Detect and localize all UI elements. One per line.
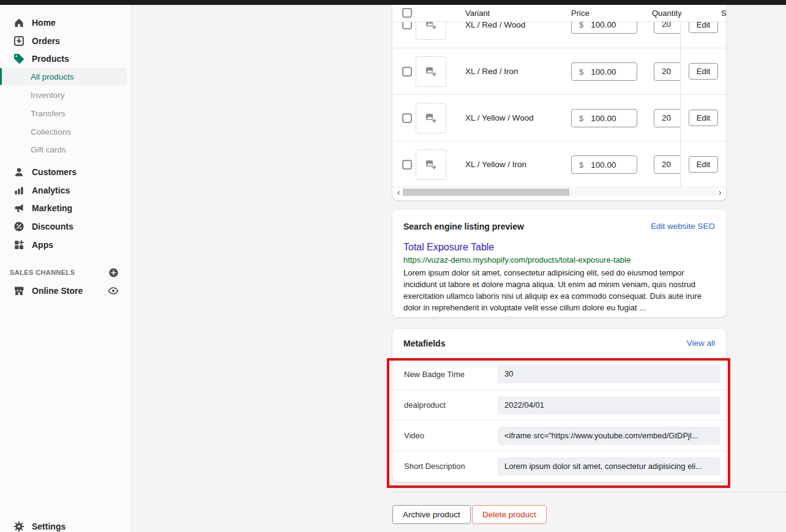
sidebar-item-marketing[interactable]: Marketing <box>0 200 127 217</box>
eye-icon[interactable] <box>108 285 119 296</box>
column-header-quantity: Quantity <box>652 9 681 18</box>
sidebar-subitem-label: Gift cards <box>31 145 66 154</box>
sidebar-item-collections[interactable]: Collections <box>0 123 127 140</box>
variant-row: XL / Yellow / Iron $ Edit <box>392 141 726 187</box>
discounts-icon <box>13 221 24 232</box>
customers-icon <box>13 167 24 178</box>
sidebar-item-transfers[interactable]: Transfers <box>0 105 127 122</box>
currency-prefix: $ <box>579 114 583 123</box>
seo-preview-url: https://vuzaz-demo.myshopify.com/product… <box>403 255 715 264</box>
delete-product-button[interactable]: Delete product <box>472 505 547 524</box>
metafield-label: dealproduct <box>404 390 446 420</box>
sidebar-item-customers[interactable]: Customers <box>0 163 127 181</box>
row-checkbox[interactable] <box>402 67 412 77</box>
sidebar-subitem-label: Transfers <box>31 109 66 118</box>
sidebar-item-online-store[interactable]: Online Store <box>0 282 127 299</box>
sidebar-item-label: Analytics <box>32 185 70 195</box>
sidebar-item-label: Settings <box>32 522 66 531</box>
quantity-value-input[interactable] <box>662 160 683 169</box>
column-header-price: Price <box>571 9 590 18</box>
currency-prefix: $ <box>579 67 583 77</box>
metafield-value-field[interactable]: <iframe src="https://www.youtube.com/emb… <box>498 427 720 445</box>
shopify-admin-product-page: { "sidebar": { "primary": [ { "label": "… <box>0 0 786 532</box>
row-fixed-column: Edit <box>680 141 726 187</box>
column-header-variant: Variant <box>465 9 490 18</box>
orders-icon <box>13 36 24 47</box>
sidebar-item-products[interactable]: Products <box>0 50 127 67</box>
online-store-icon <box>13 285 24 296</box>
sales-channels-header: SALES CHANNELS <box>0 266 127 279</box>
metafield-value-field[interactable]: 30 <box>498 365 720 383</box>
sidebar-subitem-label: All products <box>31 72 74 81</box>
seo-preview-description: Lorem ipsum dolor sit amet, consectetur … <box>403 267 705 313</box>
variant-row: XL / Red / Iron $ Edit <box>392 48 726 94</box>
price-value-input[interactable] <box>591 114 630 123</box>
sidebar-item-label: Apps <box>32 240 53 250</box>
price-value-input[interactable] <box>591 160 630 170</box>
apps-icon <box>13 239 24 250</box>
scroll-right-arrow-icon[interactable]: › <box>716 188 724 197</box>
edit-website-seo-link[interactable]: Edit website SEO <box>651 222 715 231</box>
sidebar-item-label: Online Store <box>32 286 108 296</box>
metafields-card: Metafields View all New Badge Time 30 de… <box>392 329 726 482</box>
variant-name: XL / Yellow / Wood <box>465 95 534 141</box>
scroll-left-arrow-icon[interactable]: ‹ <box>395 188 402 197</box>
select-all-checkbox[interactable] <box>402 8 412 18</box>
variant-name: XL / Red / Iron <box>465 48 518 94</box>
price-input[interactable]: $ <box>571 62 637 81</box>
sidebar-item-discounts[interactable]: Discounts <box>0 218 127 235</box>
metafield-label: New Badge Time <box>404 359 465 389</box>
scrollbar-thumb[interactable] <box>403 189 569 196</box>
plus-circle-icon[interactable] <box>108 267 119 278</box>
add-image-placeholder[interactable] <box>416 149 446 180</box>
edit-variant-button[interactable]: Edit <box>689 110 718 126</box>
metafield-value-field[interactable]: Lorem ipsum dolor sit amet, consectetur … <box>498 457 720 476</box>
row-checkbox[interactable] <box>402 113 412 123</box>
metafield-value-field[interactable]: 2022/04/01 <box>498 396 720 414</box>
add-image-icon <box>425 112 437 124</box>
sidebar-item-label: Customers <box>32 167 77 177</box>
quantity-value-input[interactable] <box>662 67 683 76</box>
variants-table-card: XL / Red / Wood $ Edit XL / Red / Iron $ <box>392 5 726 200</box>
price-input[interactable]: $ <box>571 109 637 127</box>
add-image-icon <box>425 159 437 171</box>
add-image-placeholder[interactable] <box>416 56 446 87</box>
sidebar-item-analytics[interactable]: Analytics <box>0 182 127 199</box>
sidebar-item-label: Discounts <box>32 222 73 231</box>
archive-product-button[interactable]: Archive product <box>392 505 471 524</box>
sidebar-subitem-label: Inventory <box>31 91 65 100</box>
sidebar-item-settings[interactable]: Settings <box>0 518 127 532</box>
add-image-placeholder[interactable] <box>416 103 446 133</box>
top-bar <box>0 0 786 5</box>
sidebar-item-label: Products <box>32 54 69 64</box>
sidebar-item-gift-cards[interactable]: Gift cards <box>0 141 127 158</box>
row-checkbox[interactable] <box>402 160 412 170</box>
variants-rows: XL / Red / Wood $ Edit XL / Red / Iron $ <box>392 5 726 187</box>
variant-row: XL / Yellow / Wood $ Edit <box>392 94 726 141</box>
price-value-input[interactable] <box>591 67 630 77</box>
view-all-metafields-link[interactable]: View all <box>687 339 715 348</box>
seo-card-title: Search engine listing preview <box>403 222 524 231</box>
sidebar-item-all-products[interactable]: All products <box>0 68 127 85</box>
metafields-card-title: Metafields <box>403 339 445 348</box>
add-image-icon <box>425 66 437 78</box>
sidebar-item-apps[interactable]: Apps <box>0 236 127 253</box>
sidebar-item-home[interactable]: Home <box>0 14 127 31</box>
metafield-row: Short Description Lorem ipsum dolor sit … <box>392 451 726 481</box>
page-actions-divider <box>392 492 786 492</box>
sidebar-item-orders[interactable]: Orders <box>0 32 127 50</box>
sidebar-item-inventory[interactable]: Inventory <box>0 86 127 103</box>
price-input[interactable]: $ <box>571 155 637 174</box>
metafields-card-header: Metafields View all <box>392 329 726 348</box>
horizontal-scrollbar: ‹ › <box>392 188 726 197</box>
metafield-row: Video <iframe src="https://www.youtube.c… <box>392 420 726 451</box>
scrollbar-track[interactable] <box>402 189 716 196</box>
seo-preview-title[interactable]: Total Exposure Table <box>403 242 715 253</box>
seo-preview-card: Search engine listing preview Edit websi… <box>392 209 726 317</box>
sidebar: Home Orders Products All products Invent… <box>0 5 132 532</box>
quantity-value-input[interactable] <box>662 113 683 122</box>
gear-icon <box>13 521 24 532</box>
edit-variant-button[interactable]: Edit <box>689 156 718 173</box>
sidebar-item-label: Home <box>32 18 56 28</box>
edit-variant-button[interactable]: Edit <box>689 63 718 80</box>
